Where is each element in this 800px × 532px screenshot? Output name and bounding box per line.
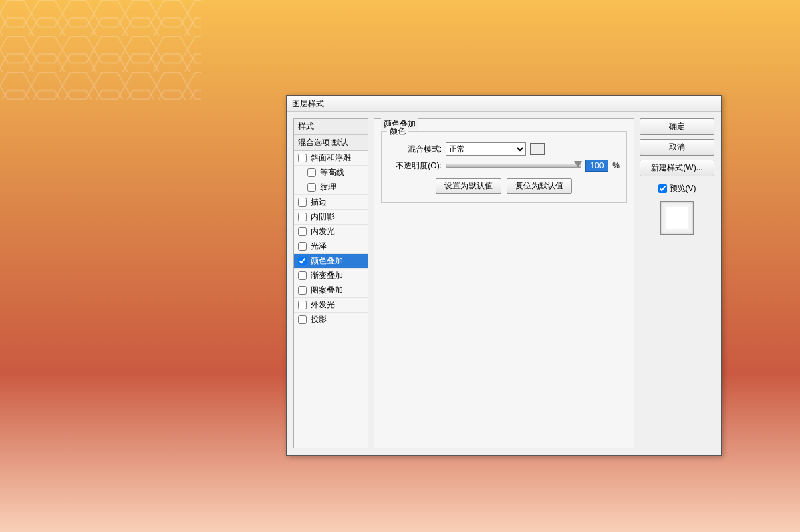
dialog-title: 图层样式 xyxy=(292,99,324,108)
style-checkbox-7[interactable] xyxy=(298,257,307,265)
style-checkbox-5[interactable] xyxy=(298,227,307,236)
style-label-11: 投影 xyxy=(311,314,327,325)
preview-box xyxy=(660,201,694,235)
slider-thumb-icon[interactable] xyxy=(574,161,582,168)
style-label-1: 等高线 xyxy=(320,167,344,178)
dialog-body: 样式 混合选项:默认 斜面和浮雕等高线纹理描边内阴影内发光光泽颜色叠加渐变叠加图… xyxy=(287,112,721,455)
blending-options-default[interactable]: 混合选项:默认 xyxy=(294,135,368,151)
new-style-button[interactable]: 新建样式(W)... xyxy=(640,160,714,176)
style-item-6[interactable]: 光泽 xyxy=(294,239,368,254)
blend-mode-row: 混合模式: 正常 xyxy=(388,142,620,156)
style-checkbox-6[interactable] xyxy=(298,242,307,251)
layer-style-dialog: 图层样式 样式 混合选项:默认 斜面和浮雕等高线纹理描边内阴影内发光光泽颜色叠加… xyxy=(286,95,722,456)
style-item-5[interactable]: 内发光 xyxy=(294,225,368,239)
color-group: 颜色 混合模式: 正常 不透明度(O): % xyxy=(381,131,627,203)
style-checkbox-11[interactable] xyxy=(298,315,307,324)
style-checkbox-2[interactable] xyxy=(307,183,316,192)
style-checkbox-4[interactable] xyxy=(298,213,307,221)
style-item-8[interactable]: 渐变叠加 xyxy=(294,269,368,283)
style-label-3: 描边 xyxy=(311,196,327,208)
style-item-9[interactable]: 图案叠加 xyxy=(294,283,368,298)
style-label-7: 颜色叠加 xyxy=(311,255,343,267)
style-item-1[interactable]: 等高线 xyxy=(294,166,368,180)
style-label-2: 纹理 xyxy=(320,182,336,193)
preview-label: 预览(V) xyxy=(670,183,696,194)
opacity-slider[interactable] xyxy=(446,164,581,168)
opacity-input[interactable] xyxy=(585,160,608,172)
style-label-9: 图案叠加 xyxy=(311,285,343,296)
style-checkbox-9[interactable] xyxy=(298,286,307,295)
background-hex-pattern xyxy=(0,0,201,100)
style-label-4: 内阴影 xyxy=(311,211,335,223)
style-item-7[interactable]: 颜色叠加 xyxy=(294,254,368,269)
style-checkbox-1[interactable] xyxy=(307,168,316,177)
style-label-10: 外发光 xyxy=(311,299,335,311)
opacity-suffix: % xyxy=(612,161,620,170)
style-item-3[interactable]: 描边 xyxy=(294,195,368,210)
preview-checkbox[interactable] xyxy=(658,184,667,193)
style-checkbox-10[interactable] xyxy=(298,301,307,309)
style-item-2[interactable]: 纹理 xyxy=(294,180,368,195)
style-item-10[interactable]: 外发光 xyxy=(294,298,368,313)
svg-rect-2 xyxy=(0,0,201,100)
opacity-label: 不透明度(O): xyxy=(388,160,442,172)
style-label-8: 渐变叠加 xyxy=(311,270,343,281)
blend-mode-select[interactable]: 正常 xyxy=(446,142,526,156)
style-checkbox-3[interactable] xyxy=(298,198,307,207)
cancel-button[interactable]: 取消 xyxy=(640,139,714,156)
preview-toggle-row: 预览(V) xyxy=(640,183,714,194)
set-default-button[interactable]: 设置为默认值 xyxy=(436,178,501,194)
default-buttons-row: 设置为默认值 复位为默认值 xyxy=(388,178,620,194)
style-item-11[interactable]: 投影 xyxy=(294,313,368,327)
opacity-row: 不透明度(O): % xyxy=(388,160,620,172)
color-group-title: 颜色 xyxy=(387,126,408,137)
action-panel: 确定 取消 新建样式(W)... 预览(V) xyxy=(640,118,714,448)
style-label-5: 内发光 xyxy=(311,226,335,237)
settings-panel: 颜色叠加 颜色 混合模式: 正常 不透明度(O): % xyxy=(374,118,634,448)
dialog-titlebar[interactable]: 图层样式 xyxy=(287,96,721,112)
styles-list-panel: 样式 混合选项:默认 斜面和浮雕等高线纹理描边内阴影内发光光泽颜色叠加渐变叠加图… xyxy=(293,118,368,448)
preview-swatch xyxy=(666,207,688,229)
reset-default-button[interactable]: 复位为默认值 xyxy=(507,178,572,194)
color-swatch[interactable] xyxy=(530,143,545,155)
style-item-0[interactable]: 斜面和浮雕 xyxy=(294,151,368,166)
styles-header[interactable]: 样式 xyxy=(294,119,368,135)
style-checkbox-8[interactable] xyxy=(298,271,307,280)
style-label-6: 光泽 xyxy=(311,241,327,252)
ok-button[interactable]: 确定 xyxy=(640,118,714,135)
blend-mode-label: 混合模式: xyxy=(388,144,442,155)
style-checkbox-0[interactable] xyxy=(298,154,307,162)
style-label-0: 斜面和浮雕 xyxy=(311,152,351,164)
style-item-4[interactable]: 内阴影 xyxy=(294,210,368,225)
